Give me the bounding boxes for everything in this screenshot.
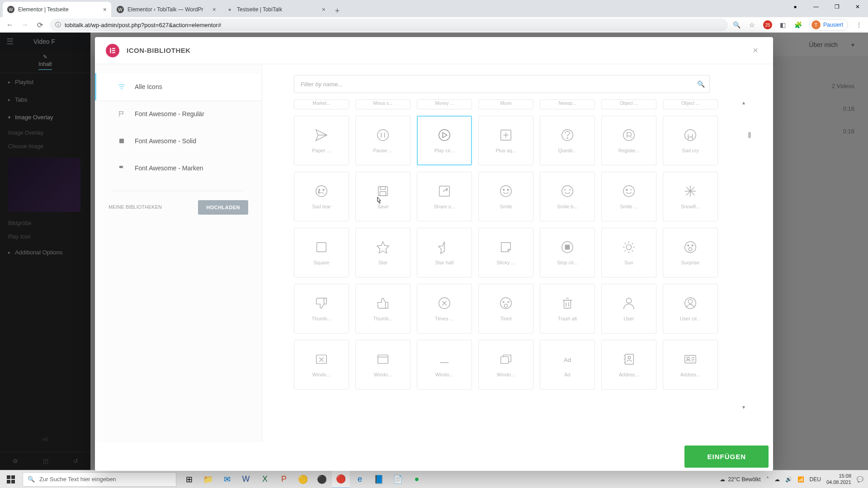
icon-item-partial[interactable]: Object ... (663, 99, 718, 109)
browser-tab-2[interactable]: W Elementor ‹ TobiTalk — WordPr × (112, 2, 221, 17)
sidebar-item-fa-brands[interactable]: Font Awesome - Marken (95, 155, 262, 182)
icon-item-partial[interactable]: Market... (294, 99, 349, 109)
icon-item-pause-circle[interactable]: Pause ... (355, 116, 410, 165)
explorer-icon[interactable]: 📁 (199, 470, 217, 488)
icon-item-partial[interactable]: Moon (478, 99, 533, 109)
word-icon[interactable]: W (237, 470, 255, 488)
browser-tab-1[interactable]: W Elementor | Testseite × (3, 2, 111, 17)
upload-button[interactable]: HOCHLADEN (198, 200, 248, 215)
icon-item-star-half[interactable]: Star half (417, 228, 472, 277)
sidebar-item-fa-regular[interactable]: Font Awesome - Regulär (95, 100, 262, 127)
close-icon[interactable]: × (322, 6, 326, 13)
onedrive-icon[interactable]: ☁ (774, 476, 780, 483)
icon-item-tired[interactable]: Tired (478, 284, 533, 333)
spotify-icon[interactable]: ● (408, 470, 426, 488)
notepad-icon[interactable]: 📄 (389, 470, 407, 488)
account-dot-icon[interactable]: ● (785, 0, 806, 14)
scroll-down-icon[interactable]: ▾ (742, 404, 750, 410)
clock[interactable]: 15:08 04.08.2021 (826, 473, 851, 485)
search-icon[interactable]: 🔍 (697, 80, 705, 88)
icon-item-save[interactable]: Save (355, 172, 410, 221)
minimize-icon[interactable]: ― (806, 0, 826, 14)
icon-item-play-circle[interactable]: Play cir... (417, 116, 472, 165)
start-button[interactable] (0, 470, 22, 488)
icon-item-sad-tear[interactable]: Sad tear (294, 172, 349, 221)
site-info-icon[interactable]: ⓘ (55, 21, 61, 29)
excel-icon[interactable]: X (256, 470, 274, 488)
icon-item-partial[interactable]: Newsp... (540, 99, 595, 109)
icon-item-partial[interactable]: Money ... (417, 99, 472, 109)
new-tab-button[interactable]: + (331, 5, 344, 17)
icon-item-sun[interactable]: Sun (601, 228, 656, 277)
zoom-icon[interactable]: 🔍 (732, 20, 741, 29)
forward-button[interactable]: → (19, 19, 30, 30)
task-view-icon[interactable]: ⊞ (180, 470, 198, 488)
powerpoint-icon[interactable]: P (275, 470, 293, 488)
mail-icon[interactable]: ✉ (218, 470, 236, 488)
bookmark-icon[interactable]: ☆ (748, 20, 757, 29)
icon-item-times-circle[interactable]: Times ... (417, 284, 472, 333)
profile-button[interactable]: T Pausiert (809, 19, 848, 31)
icon-item-share-square[interactable]: Share s... (417, 172, 472, 221)
wifi-icon[interactable]: 📶 (797, 476, 804, 483)
icon-item-smile-wink[interactable]: Smile ... (601, 172, 656, 221)
weather-widget[interactable]: ☁ 22°C Bewölkt (720, 476, 760, 483)
icon-item-thumbs-up[interactable]: Thumb... (355, 284, 410, 333)
icon-item-user[interactable]: User (601, 284, 656, 333)
icon-item-smile-beam[interactable]: Smile b... (540, 172, 595, 221)
icon-item-ad[interactable]: Ad (540, 340, 595, 389)
chrome-icon[interactable]: 🔴 (332, 470, 350, 488)
icon-item-sticky-note[interactable]: Sticky ... (478, 228, 533, 277)
obs-icon[interactable]: ⚫ (313, 470, 331, 488)
insert-button[interactable]: EINFÜGEN (684, 446, 769, 468)
icon-item-address-book[interactable]: Addres... (601, 340, 656, 389)
close-icon[interactable]: ✕ (847, 0, 868, 14)
back-button[interactable]: ← (5, 19, 15, 30)
notifications-icon[interactable]: 💬 (857, 476, 863, 483)
browser-tab-3[interactable]: ● Testseite | TobiTalk × (222, 2, 330, 17)
menu-icon[interactable]: ⋮ (854, 20, 863, 29)
app-icon[interactable]: 📘 (370, 470, 388, 488)
taskbar-search[interactable]: 🔍 Zur Suche Text hier eingeben (23, 472, 176, 487)
volume-icon[interactable]: 🔊 (785, 476, 792, 483)
reload-button[interactable]: ⟳ (35, 19, 45, 30)
tray-chevron-icon[interactable]: ˄ (766, 476, 769, 483)
extension-icon[interactable]: 25 (763, 20, 772, 29)
url-field[interactable]: ⓘ tobitalk.at/wp-admin/post.php?post=627… (50, 19, 728, 31)
icon-item-trash-alt[interactable]: Trash alt (540, 284, 595, 333)
icon-item-partial[interactable]: Object ... (601, 99, 656, 109)
icon-item-surprise[interactable]: Surprise (663, 228, 718, 277)
close-icon[interactable]: × (212, 6, 216, 13)
icon-item-smile[interactable]: Smile (478, 172, 533, 221)
close-icon[interactable]: × (749, 44, 762, 57)
icon-item-window-close[interactable]: Windo... (294, 340, 349, 389)
edge-icon[interactable]: e (351, 470, 369, 488)
sidebar-item-all-icons[interactable]: Alle Icons (95, 73, 262, 100)
scroll-up-icon[interactable]: ▴ (742, 99, 750, 106)
icon-item-square[interactable]: Square (294, 228, 349, 277)
icon-item-stop-circle[interactable]: Stop cir... (540, 228, 595, 277)
icon-item-thumbs-down[interactable]: Thumb... (294, 284, 349, 333)
close-icon[interactable]: × (103, 6, 107, 13)
icon-item-window-maximize[interactable]: Windo... (355, 340, 410, 389)
icon-item-snowflake[interactable]: Snowfl... (663, 172, 718, 221)
icon-item-plus-square[interactable]: Plus sq... (478, 116, 533, 165)
icon-item-sad-cry[interactable]: Sad cry (663, 116, 718, 165)
app-icon[interactable]: 🟡 (294, 470, 312, 488)
icon-item-window-minimize[interactable]: Windo... (417, 340, 472, 389)
icon-item-user-circle[interactable]: User cir... (663, 284, 718, 333)
icon-item-window-restore[interactable]: Windo... (478, 340, 533, 389)
extension-icon[interactable]: ◧ (778, 20, 788, 29)
sidebar-item-fa-solid[interactable]: Font Awesome - Solid (95, 127, 262, 155)
icon-item-partial[interactable]: Minus s... (355, 99, 410, 109)
icon-item-question-circle[interactable]: Questi... (540, 116, 595, 165)
icon-item-registered[interactable]: Registe... (601, 116, 656, 165)
icon-item-address-card[interactable]: Addres... (663, 340, 718, 389)
maximize-icon[interactable]: ❐ (826, 0, 847, 14)
search-input[interactable] (294, 75, 710, 93)
icon-item-paper-plane[interactable]: Paper ... (294, 116, 349, 165)
extensions-menu-icon[interactable]: 🧩 (794, 20, 803, 29)
language-indicator[interactable]: DEU (810, 476, 821, 483)
icon-item-star[interactable]: Star (355, 228, 410, 277)
scrollbar-thumb[interactable] (748, 132, 751, 138)
